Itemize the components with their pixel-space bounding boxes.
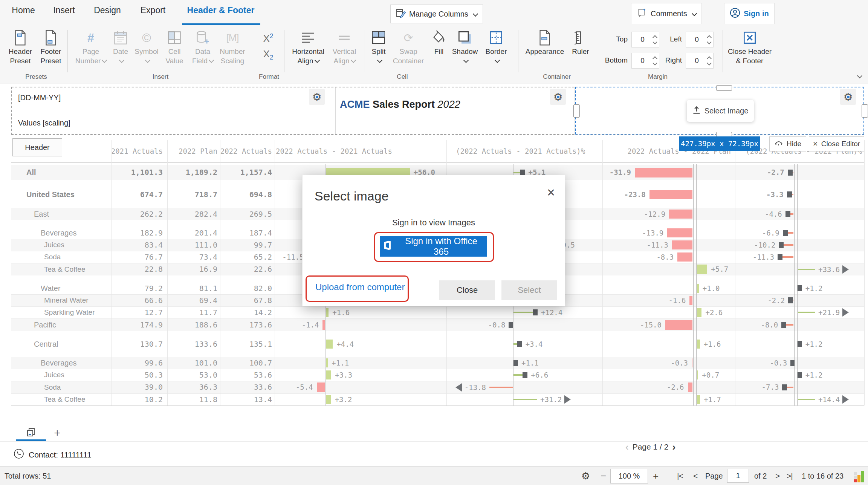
variance-label: -15.0 — [640, 318, 662, 331]
row-range-label: 1 to 16 of 23 — [802, 467, 844, 485]
zoom-out-icon[interactable]: − — [601, 467, 606, 485]
variance-bar — [697, 265, 707, 274]
resize-handle-top[interactable] — [716, 85, 732, 91]
row-label: Juices — [44, 239, 64, 251]
upload-icon — [692, 106, 701, 116]
gear-icon[interactable]: ⚙ — [550, 89, 566, 105]
column-gridline — [864, 140, 865, 405]
gear-icon[interactable]: ⚙ — [840, 89, 856, 105]
variance-bar — [697, 395, 700, 404]
select-image-button[interactable]: Select Image — [687, 100, 754, 122]
variance-label: -13.9 — [642, 227, 663, 239]
value-cell: 39.0 — [110, 381, 163, 393]
header-tag[interactable]: Header — [12, 138, 62, 156]
value-cell: 135.1 — [219, 338, 272, 350]
resize-handle-left[interactable] — [573, 104, 580, 118]
pin-marker — [797, 341, 802, 347]
hide-button[interactable]: Hide — [769, 136, 806, 151]
value-cell: 174.9 — [110, 318, 163, 331]
variance-label: -1.6 — [669, 294, 686, 306]
value-cell: 99.7 — [219, 239, 272, 251]
table-row: Juices50.353.053.6+3.3+6.6+0.7+1.2 — [0, 369, 868, 381]
close-editor-button[interactable]: × Close Editor — [809, 136, 864, 151]
add-sheet-button[interactable]: + — [50, 425, 65, 441]
column-gridline — [275, 140, 275, 405]
row-label: Juices — [44, 369, 64, 381]
next-page-icon[interactable]: › — [672, 441, 675, 453]
out-of-range-arrow-icon — [842, 308, 849, 317]
prev-page-icon[interactable]: < — [693, 467, 697, 485]
dialog-title: Select image — [315, 189, 389, 203]
variance-label: -10.2 — [754, 239, 775, 251]
row-label: Beverages — [41, 227, 77, 239]
report-title[interactable]: ACME Sales Report 2022 — [340, 99, 460, 110]
page-nav-label: Page 1 / 2 — [633, 442, 669, 451]
dialog-close-button[interactable]: Close — [439, 280, 495, 300]
resize-handle-right[interactable] — [862, 104, 868, 118]
page-number-input[interactable] — [727, 469, 749, 483]
total-rows-label: Total rows: 51 — [5, 467, 51, 485]
table-row: Beverages99.6101.0100.7+1.1+1.1-0.3-0.3 — [0, 357, 868, 369]
close-icon: × — [813, 139, 818, 149]
value-cell: 11.7 — [165, 306, 217, 318]
variance-bar — [326, 340, 333, 349]
pin-marker — [797, 372, 802, 378]
row-label: Sparkling Water — [44, 306, 95, 318]
pin-marker — [513, 360, 518, 366]
variance-label: -2.6 — [667, 381, 684, 393]
page-of-label: of 2 — [754, 467, 767, 485]
variance-label: -31.9 — [610, 165, 631, 180]
variance-label: -2.7 — [767, 165, 784, 180]
next-page-icon[interactable]: > — [775, 467, 779, 485]
variance-bar — [689, 296, 692, 305]
zoom-level-input[interactable]: 100 % — [610, 469, 648, 483]
variance-bar — [669, 210, 692, 219]
pin-marker — [797, 285, 802, 291]
gear-icon[interactable]: ⚙ — [581, 467, 590, 485]
value-cell: 65.2 — [219, 251, 272, 263]
variance-bar — [649, 190, 692, 199]
value-cell: 16.9 — [165, 263, 217, 275]
variance-label: +3.2 — [335, 393, 352, 405]
header-border — [11, 162, 864, 163]
first-page-icon[interactable]: |< — [677, 467, 683, 485]
out-of-range-arrow-icon — [455, 383, 462, 392]
column-gridline — [220, 140, 220, 405]
annotation-box-upload — [306, 275, 409, 302]
zebra-bi-logo — [854, 467, 864, 482]
value-cell: 1,189.2 — [165, 165, 217, 180]
pin-arrow-label: -13.8 — [455, 381, 486, 393]
value-cell: 182.9 — [110, 227, 163, 239]
column-header: 2022 Actuals - 2021 Actuals — [276, 140, 392, 162]
report-page-nav: ‹ Page 1 / 2 › — [625, 442, 675, 452]
variance-bar — [697, 308, 701, 317]
phone-icon — [14, 448, 24, 461]
pin-marker — [790, 360, 795, 366]
header-date-placeholder[interactable]: [DD-MM-YY] — [18, 93, 61, 102]
report-title-text: Sales Report — [373, 99, 435, 110]
header-values-placeholder[interactable]: Values [scaling] — [18, 119, 70, 127]
pin-arrow-label: +14.4 — [818, 393, 849, 405]
pin-arrow-label: +31.2 — [540, 393, 571, 405]
value-cell: 188.6 — [165, 318, 217, 331]
column-gridline — [112, 140, 112, 405]
status-bar: Total rows: 51 ⚙ − 100 % + |< < Page of … — [0, 466, 868, 485]
gear-icon[interactable]: ⚙ — [309, 89, 325, 105]
dialog-select-button[interactable]: Select — [501, 280, 557, 300]
pin-line — [513, 399, 537, 400]
value-cell: 81.1 — [165, 282, 217, 294]
pin-marker — [782, 384, 787, 390]
column-header: 2021 Actuals — [111, 140, 163, 162]
value-cell: 33.6 — [219, 381, 272, 393]
variance-label: -0.8 — [488, 318, 506, 331]
report-title-brand: ACME — [340, 99, 370, 110]
sheet-tab[interactable] — [16, 425, 46, 441]
prev-page-icon[interactable]: ‹ — [625, 441, 629, 453]
value-cell: 14.2 — [219, 306, 272, 318]
zoom-in-icon[interactable]: + — [653, 467, 659, 485]
dialog-close-icon[interactable]: × — [547, 186, 555, 199]
variance-bar — [665, 320, 692, 330]
value-cell: 36.3 — [165, 381, 217, 393]
value-cell: 101.0 — [165, 357, 217, 369]
last-page-icon[interactable]: >| — [787, 467, 793, 485]
